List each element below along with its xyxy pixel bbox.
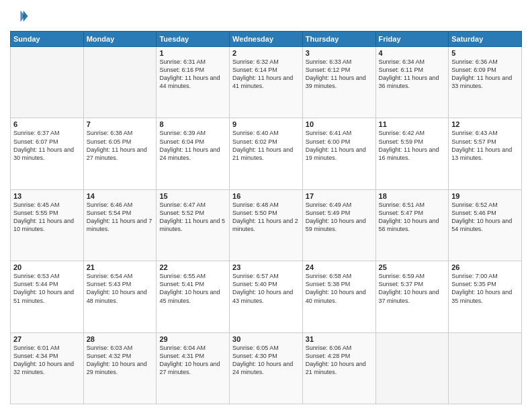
day-number: 12 [451, 120, 519, 128]
weekday-sunday: Sunday [11, 32, 84, 47]
day-number: 26 [451, 263, 519, 271]
calendar-cell: 6Sunrise: 6:37 AMSunset: 6:07 PMDaylight… [11, 118, 84, 189]
calendar-cell: 16Sunrise: 6:48 AMSunset: 5:50 PMDayligh… [230, 189, 303, 261]
calendar-cell: 4Sunrise: 6:34 AMSunset: 6:11 PMDaylight… [375, 47, 449, 118]
cell-info: Sunrise: 6:36 AMSunset: 6:09 PMDaylight:… [451, 58, 519, 91]
cell-info: Sunrise: 6:55 AMSunset: 5:41 PMDaylight:… [159, 272, 226, 305]
calendar-cell: 29Sunrise: 6:04 AMSunset: 4:31 PMDayligh… [157, 332, 230, 404]
day-number: 20 [13, 263, 81, 271]
day-number: 23 [232, 263, 300, 271]
calendar-cell: 15Sunrise: 6:47 AMSunset: 5:52 PMDayligh… [157, 189, 230, 261]
calendar-cell: 13Sunrise: 6:45 AMSunset: 5:55 PMDayligh… [11, 189, 84, 261]
weekday-friday: Friday [375, 32, 449, 47]
cell-info: Sunrise: 6:46 AMSunset: 5:54 PMDaylight:… [87, 201, 154, 234]
calendar: SundayMondayTuesdayWednesdayThursdayFrid… [10, 31, 522, 404]
day-number: 24 [306, 263, 373, 271]
cell-info: Sunrise: 6:39 AMSunset: 6:04 PMDaylight:… [159, 129, 226, 162]
calendar-cell [11, 47, 84, 118]
calendar-cell [83, 47, 157, 118]
day-number: 13 [13, 192, 81, 200]
cell-info: Sunrise: 6:48 AMSunset: 5:50 PMDaylight:… [232, 201, 300, 234]
cell-info: Sunrise: 6:51 AMSunset: 5:47 PMDaylight:… [379, 201, 446, 234]
day-number: 3 [306, 49, 373, 57]
header [10, 7, 522, 26]
calendar-cell: 27Sunrise: 6:01 AMSunset: 4:34 PMDayligh… [11, 332, 84, 404]
calendar-cell: 12Sunrise: 6:43 AMSunset: 5:57 PMDayligh… [449, 118, 522, 189]
cell-info: Sunrise: 6:04 AMSunset: 4:31 PMDaylight:… [159, 344, 226, 377]
cell-info: Sunrise: 6:01 AMSunset: 4:34 PMDaylight:… [13, 344, 81, 377]
day-number: 25 [379, 263, 446, 271]
week-row-5: 27Sunrise: 6:01 AMSunset: 4:34 PMDayligh… [11, 332, 522, 404]
calendar-cell: 17Sunrise: 6:49 AMSunset: 5:49 PMDayligh… [302, 189, 375, 261]
day-number: 29 [159, 335, 226, 343]
week-row-2: 6Sunrise: 6:37 AMSunset: 6:07 PMDaylight… [11, 118, 522, 189]
cell-info: Sunrise: 6:54 AMSunset: 5:43 PMDaylight:… [87, 272, 154, 305]
logo [10, 7, 32, 26]
day-number: 22 [159, 263, 226, 271]
cell-info: Sunrise: 6:37 AMSunset: 6:07 PMDaylight:… [13, 129, 81, 162]
weekday-wednesday: Wednesday [230, 32, 303, 47]
calendar-cell: 10Sunrise: 6:41 AMSunset: 6:00 PMDayligh… [302, 118, 375, 189]
cell-info: Sunrise: 6:31 AMSunset: 6:16 PMDaylight:… [159, 58, 226, 91]
weekday-tuesday: Tuesday [157, 32, 230, 47]
cell-info: Sunrise: 6:05 AMSunset: 4:30 PMDaylight:… [232, 344, 300, 377]
day-number: 16 [232, 192, 300, 200]
calendar-cell: 22Sunrise: 6:55 AMSunset: 5:41 PMDayligh… [157, 261, 230, 332]
calendar-cell: 14Sunrise: 6:46 AMSunset: 5:54 PMDayligh… [83, 189, 157, 261]
cell-info: Sunrise: 6:57 AMSunset: 5:40 PMDaylight:… [232, 272, 300, 305]
cell-info: Sunrise: 6:40 AMSunset: 6:02 PMDaylight:… [232, 129, 300, 162]
cell-info: Sunrise: 6:47 AMSunset: 5:52 PMDaylight:… [159, 201, 226, 234]
day-number: 31 [306, 335, 373, 343]
cell-info: Sunrise: 6:43 AMSunset: 5:57 PMDaylight:… [451, 129, 519, 162]
cell-info: Sunrise: 6:38 AMSunset: 6:05 PMDaylight:… [87, 129, 154, 162]
day-number: 8 [159, 120, 226, 128]
week-row-1: 1Sunrise: 6:31 AMSunset: 6:16 PMDaylight… [11, 47, 522, 118]
logo-icon [10, 7, 29, 26]
cell-info: Sunrise: 6:32 AMSunset: 6:14 PMDaylight:… [232, 58, 300, 91]
calendar-cell: 31Sunrise: 6:06 AMSunset: 4:28 PMDayligh… [302, 332, 375, 404]
cell-info: Sunrise: 6:59 AMSunset: 5:37 PMDaylight:… [379, 272, 446, 305]
calendar-cell: 23Sunrise: 6:57 AMSunset: 5:40 PMDayligh… [230, 261, 303, 332]
weekday-monday: Monday [83, 32, 157, 47]
calendar-cell: 1Sunrise: 6:31 AMSunset: 6:16 PMDaylight… [157, 47, 230, 118]
day-number: 21 [87, 263, 154, 271]
calendar-cell: 25Sunrise: 6:59 AMSunset: 5:37 PMDayligh… [375, 261, 449, 332]
calendar-cell [449, 332, 522, 404]
day-number: 18 [379, 192, 446, 200]
day-number: 2 [232, 49, 300, 57]
day-number: 30 [232, 335, 300, 343]
calendar-cell: 5Sunrise: 6:36 AMSunset: 6:09 PMDaylight… [449, 47, 522, 118]
weekday-thursday: Thursday [302, 32, 375, 47]
day-number: 1 [159, 49, 226, 57]
cell-info: Sunrise: 6:34 AMSunset: 6:11 PMDaylight:… [379, 58, 446, 91]
cell-info: Sunrise: 6:42 AMSunset: 5:59 PMDaylight:… [379, 129, 446, 162]
day-number: 17 [306, 192, 373, 200]
calendar-cell: 28Sunrise: 6:03 AMSunset: 4:32 PMDayligh… [83, 332, 157, 404]
calendar-cell: 2Sunrise: 6:32 AMSunset: 6:14 PMDaylight… [230, 47, 303, 118]
day-number: 28 [87, 335, 154, 343]
calendar-cell: 8Sunrise: 6:39 AMSunset: 6:04 PMDaylight… [157, 118, 230, 189]
calendar-cell: 7Sunrise: 6:38 AMSunset: 6:05 PMDaylight… [83, 118, 157, 189]
calendar-cell: 20Sunrise: 6:53 AMSunset: 5:44 PMDayligh… [11, 261, 84, 332]
cell-info: Sunrise: 6:41 AMSunset: 6:00 PMDaylight:… [306, 129, 373, 162]
day-number: 6 [13, 120, 81, 128]
calendar-cell: 11Sunrise: 6:42 AMSunset: 5:59 PMDayligh… [375, 118, 449, 189]
page: SundayMondayTuesdayWednesdayThursdayFrid… [0, 0, 532, 411]
day-number: 27 [13, 335, 81, 343]
cell-info: Sunrise: 6:52 AMSunset: 5:46 PMDaylight:… [451, 201, 519, 234]
cell-info: Sunrise: 6:03 AMSunset: 4:32 PMDaylight:… [87, 344, 154, 377]
cell-info: Sunrise: 6:49 AMSunset: 5:49 PMDaylight:… [306, 201, 373, 234]
day-number: 11 [379, 120, 446, 128]
calendar-cell: 26Sunrise: 7:00 AMSunset: 5:35 PMDayligh… [449, 261, 522, 332]
cell-info: Sunrise: 6:06 AMSunset: 4:28 PMDaylight:… [306, 344, 373, 377]
calendar-cell: 3Sunrise: 6:33 AMSunset: 6:12 PMDaylight… [302, 47, 375, 118]
calendar-cell: 21Sunrise: 6:54 AMSunset: 5:43 PMDayligh… [83, 261, 157, 332]
day-number: 7 [87, 120, 154, 128]
weekday-header-row: SundayMondayTuesdayWednesdayThursdayFrid… [11, 32, 522, 47]
week-row-4: 20Sunrise: 6:53 AMSunset: 5:44 PMDayligh… [11, 261, 522, 332]
day-number: 5 [451, 49, 519, 57]
weekday-saturday: Saturday [449, 32, 522, 47]
cell-info: Sunrise: 6:45 AMSunset: 5:55 PMDaylight:… [13, 201, 81, 234]
calendar-cell: 9Sunrise: 6:40 AMSunset: 6:02 PMDaylight… [230, 118, 303, 189]
cell-info: Sunrise: 6:53 AMSunset: 5:44 PMDaylight:… [13, 272, 81, 305]
